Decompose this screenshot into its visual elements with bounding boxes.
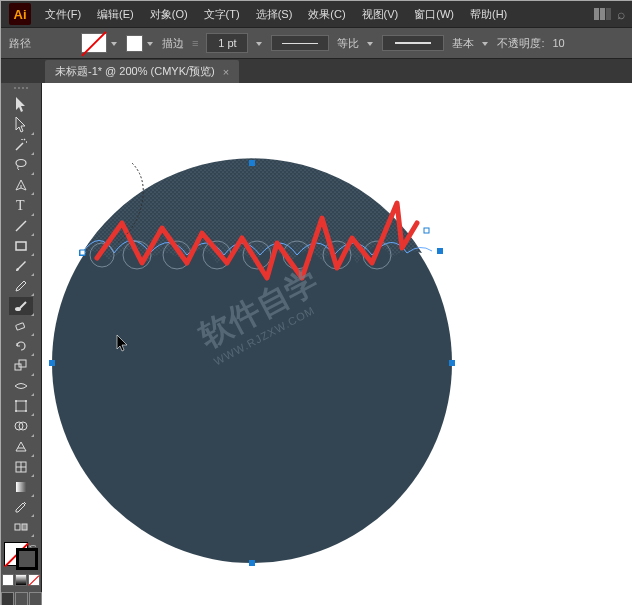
blob-brush-tool[interactable]: [9, 297, 33, 315]
fill-stroke-control[interactable]: ⤺: [4, 542, 38, 570]
draw-modes: [1, 592, 42, 605]
menu-edit[interactable]: 编辑(E): [91, 4, 140, 25]
rotate-tool[interactable]: [9, 337, 33, 355]
brush-definition[interactable]: [382, 35, 444, 51]
document-tab-bar: 未标题-1* @ 200% (CMYK/预览) ×: [1, 59, 632, 83]
control-bar: 路径 描边 ≡ 等比 基本 不透明度: 10: [1, 28, 632, 59]
chevron-down-icon[interactable]: [147, 40, 154, 47]
mesh-tool[interactable]: [9, 458, 33, 476]
variable-width-profile[interactable]: [271, 35, 329, 51]
rectangle-tool[interactable]: [9, 237, 33, 255]
stepper-icon[interactable]: ≡: [192, 37, 198, 49]
brush-tool[interactable]: [9, 257, 33, 275]
panel-grip-icon[interactable]: [6, 87, 36, 92]
menubar: Ai 文件(F) 编辑(E) 对象(O) 文字(T) 选择(S) 效果(C) 视…: [1, 1, 632, 28]
menu-type[interactable]: 文字(T): [198, 4, 246, 25]
close-icon[interactable]: ×: [223, 66, 229, 78]
chevron-down-icon[interactable]: [256, 40, 263, 47]
draw-inside[interactable]: [29, 592, 42, 605]
type-tool[interactable]: T: [9, 196, 33, 214]
svg-rect-33: [249, 160, 255, 166]
stroke-label: 描边: [162, 36, 184, 51]
svg-text:T: T: [16, 198, 25, 212]
document-tab[interactable]: 未标题-1* @ 200% (CMYK/预览) ×: [45, 60, 239, 83]
color-mode-swatches: [2, 574, 40, 586]
line-tool[interactable]: [9, 217, 33, 235]
svg-point-0: [16, 160, 26, 167]
svg-rect-3: [16, 242, 26, 250]
svg-point-11: [15, 410, 17, 412]
fill-swatch[interactable]: [81, 33, 107, 53]
svg-point-12: [25, 410, 27, 412]
free-transform-tool[interactable]: [9, 397, 33, 415]
color-mode[interactable]: [2, 574, 14, 586]
draw-behind[interactable]: [15, 592, 28, 605]
perspective-tool[interactable]: [9, 438, 33, 456]
svg-rect-18: [16, 482, 26, 492]
artwork: 软件自学 WWW.RJZXW.COM: [42, 83, 632, 605]
stroke-weight-input[interactable]: [206, 33, 248, 53]
svg-rect-35: [49, 360, 55, 366]
menu-select[interactable]: 选择(S): [250, 4, 299, 25]
svg-point-10: [25, 400, 27, 402]
svg-rect-19: [15, 524, 20, 530]
width-tool[interactable]: [9, 377, 33, 395]
profile-label: 等比: [337, 36, 359, 51]
svg-rect-20: [22, 524, 27, 530]
context-label: 路径: [9, 36, 31, 51]
opacity-label: 不透明度:: [497, 36, 544, 51]
draw-normal[interactable]: [1, 592, 14, 605]
svg-rect-34: [249, 560, 255, 566]
stroke-swatch-group[interactable]: [126, 35, 154, 52]
pencil-tool[interactable]: [9, 277, 33, 295]
svg-rect-39: [80, 250, 85, 255]
none-mode[interactable]: [28, 574, 40, 586]
canvas[interactable]: 软件自学 WWW.RJZXW.COM: [42, 83, 632, 605]
magic-wand-tool[interactable]: [9, 136, 33, 154]
svg-line-2: [16, 221, 26, 231]
pen-tool[interactable]: [9, 176, 33, 194]
svg-rect-40: [424, 228, 429, 233]
eraser-tool[interactable]: [9, 317, 33, 335]
menu-effect[interactable]: 效果(C): [302, 4, 351, 25]
eyedropper-tool[interactable]: [9, 498, 33, 516]
fill-swatch-group[interactable]: [81, 33, 118, 53]
chevron-down-icon[interactable]: [482, 40, 489, 47]
svg-rect-38: [437, 248, 443, 254]
menu-view[interactable]: 视图(V): [356, 4, 405, 25]
direct-selection-tool[interactable]: [9, 116, 33, 134]
stroke-swatch[interactable]: [126, 35, 143, 52]
shape-builder-tool[interactable]: [9, 417, 33, 435]
workspace-switcher-icon[interactable]: [594, 8, 611, 20]
selection-tool[interactable]: [9, 96, 33, 114]
tools-panel: T ⤺: [1, 83, 42, 605]
menu-object[interactable]: 对象(O): [144, 4, 194, 25]
svg-rect-8: [16, 401, 26, 411]
gradient-tool[interactable]: [9, 478, 33, 496]
svg-rect-5: [16, 323, 25, 330]
brush-label: 基本: [452, 36, 474, 51]
lasso-tool[interactable]: [9, 156, 33, 174]
svg-point-9: [15, 400, 17, 402]
svg-rect-36: [449, 360, 455, 366]
chevron-down-icon[interactable]: [367, 40, 374, 47]
menu-help[interactable]: 帮助(H): [464, 4, 513, 25]
search-icon[interactable]: ⌕: [617, 6, 625, 22]
menu-items: 文件(F) 编辑(E) 对象(O) 文字(T) 选择(S) 效果(C) 视图(V…: [39, 4, 513, 25]
blend-tool[interactable]: [9, 518, 33, 536]
app-logo: Ai: [9, 3, 31, 25]
menu-file[interactable]: 文件(F): [39, 4, 87, 25]
menu-window[interactable]: 窗口(W): [408, 4, 460, 25]
gradient-mode[interactable]: [15, 574, 27, 586]
opacity-value[interactable]: 10: [552, 37, 564, 49]
stroke-box[interactable]: [16, 548, 38, 570]
scale-tool[interactable]: [9, 357, 33, 375]
tab-title: 未标题-1* @ 200% (CMYK/预览): [55, 64, 215, 79]
chevron-down-icon[interactable]: [111, 40, 118, 47]
